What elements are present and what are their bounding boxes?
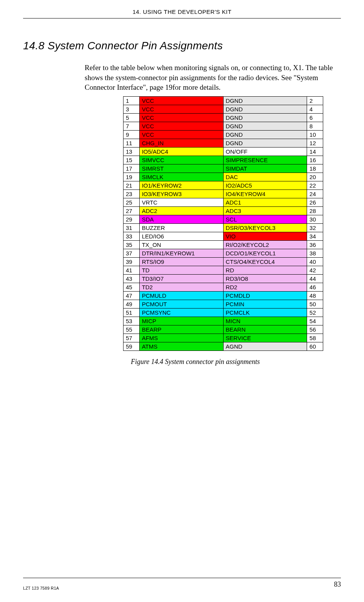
pin-signal-right: CTS/O4/KEYCOL4: [223, 257, 307, 266]
pin-number-left: 29: [124, 215, 140, 223]
table-row: 29SDASCL30: [124, 215, 323, 223]
pin-number-left: 47: [124, 291, 140, 300]
pin-signal-right: DGND: [223, 122, 307, 130]
pin-signal-left: MICP: [139, 317, 223, 325]
pin-number-left: 19: [124, 173, 140, 181]
pin-signal-left: PCMSYNC: [139, 308, 223, 317]
table-row: 31BUZZERDSR/O3/KEYCOL332: [124, 223, 323, 232]
pin-signal-right: DGND: [223, 105, 307, 113]
pin-number-right: 20: [307, 173, 323, 181]
pin-number-left: 35: [124, 240, 140, 249]
pin-signal-right: ADC3: [223, 206, 307, 215]
pin-number-right: 30: [307, 215, 323, 223]
pin-number-right: 36: [307, 240, 323, 249]
pin-number-right: 52: [307, 308, 323, 317]
table-row: 39RTS/IO9CTS/O4/KEYCOL440: [124, 257, 323, 266]
page: 14. USING THE DEVELOPER'S KIT 14.8 Syste…: [0, 0, 364, 602]
pin-signal-right: ON/OFF: [223, 147, 307, 156]
table-row: 7VCCDGND8: [124, 122, 323, 130]
pin-signal-left: DTR/IN1/KEYROW1: [139, 249, 223, 257]
pin-number-left: 43: [124, 274, 140, 283]
pin-number-left: 37: [124, 249, 140, 257]
pin-signal-left: CHG_IN: [139, 139, 223, 147]
pin-signal-left: TD2: [139, 283, 223, 291]
table-row: 49PCMOUTPCMIN50: [124, 300, 323, 308]
pin-number-right: 56: [307, 325, 323, 334]
pin-number-left: 3: [124, 105, 140, 113]
table-row: 17SIMRSTSIMDAT18: [124, 164, 323, 173]
pin-number-left: 25: [124, 198, 140, 206]
pin-signal-left: BEARP: [139, 325, 223, 334]
pin-number-right: 14: [307, 147, 323, 156]
pin-number-right: 42: [307, 266, 323, 274]
pin-signal-right: SERVICE: [223, 334, 307, 342]
pin-signal-right: DGND: [223, 130, 307, 139]
pin-signal-left: VCC: [139, 96, 223, 105]
pin-signal-left: RTS/IO9: [139, 257, 223, 266]
pin-signal-right: PCMIN: [223, 300, 307, 308]
pin-number-right: 8: [307, 122, 323, 130]
pin-signal-left: VCC: [139, 105, 223, 113]
pin-signal-right: DGND: [223, 113, 307, 122]
pin-number-left: 51: [124, 308, 140, 317]
pin-number-left: 39: [124, 257, 140, 266]
pin-number-right: 48: [307, 291, 323, 300]
pin-number-left: 23: [124, 189, 140, 198]
pin-signal-left: AFMS: [139, 334, 223, 342]
pin-number-right: 28: [307, 206, 323, 215]
page-footer: LZT 123 7589 R1A 83: [23, 578, 341, 590]
pin-number-left: 1: [124, 96, 140, 105]
pin-number-left: 57: [124, 334, 140, 342]
table-row: 11CHG_INDGND12: [124, 139, 323, 147]
pin-signal-right: DSR/O3/KEYCOL3: [223, 223, 307, 232]
pin-signal-right: RD3/IO8: [223, 274, 307, 283]
pin-signal-right: PCMDLD: [223, 291, 307, 300]
pin-number-right: 54: [307, 317, 323, 325]
table-row: 27ADC2ADC328: [124, 206, 323, 215]
intro-paragraph: Refer to the table below when monitoring…: [85, 63, 337, 92]
pin-signal-right: DGND: [223, 139, 307, 147]
figure-caption: Figure 14.4 System connector pin assignm…: [131, 358, 341, 366]
pin-signal-left: LED/IO6: [139, 232, 223, 240]
pin-number-left: 17: [124, 164, 140, 173]
page-number: 83: [334, 580, 341, 589]
section-heading: 14.8 System Connector Pin Assignments: [23, 40, 341, 52]
table-row: 35TX_ONRI/O2/KEYCOL236: [124, 240, 323, 249]
pin-number-right: 4: [307, 105, 323, 113]
pin-number-left: 55: [124, 325, 140, 334]
pin-signal-right: IO2/ADC5: [223, 181, 307, 189]
table-row: 45TD2RD246: [124, 283, 323, 291]
table-row: 55BEARPBEARN56: [124, 325, 323, 334]
pin-signal-left: VCC: [139, 113, 223, 122]
table-row: 21IO1/KEYROW2IO2/ADC522: [124, 181, 323, 189]
pin-signal-left: VCC: [139, 130, 223, 139]
pin-number-left: 13: [124, 147, 140, 156]
table-row: 5VCCDGND6: [124, 113, 323, 122]
pin-signal-right: SIMDAT: [223, 164, 307, 173]
table-row: 15SIMVCCSIMPRESENCE16: [124, 156, 323, 164]
pin-number-left: 7: [124, 122, 140, 130]
pin-signal-left: VRTC: [139, 198, 223, 206]
table-row: 19SIMCLKDAC20: [124, 173, 323, 181]
pin-signal-right: DAC: [223, 173, 307, 181]
pin-number-right: 12: [307, 139, 323, 147]
table-row: 13IO5/ADC4ON/OFF14: [124, 147, 323, 156]
pin-signal-left: TX_ON: [139, 240, 223, 249]
pin-number-left: 5: [124, 113, 140, 122]
pin-number-right: 44: [307, 274, 323, 283]
doc-id: LZT 123 7589 R1A: [23, 580, 59, 590]
pin-number-left: 53: [124, 317, 140, 325]
table-row: 25VRTCADC126: [124, 198, 323, 206]
pin-number-left: 59: [124, 342, 140, 350]
pin-signal-right: ADC1: [223, 198, 307, 206]
pin-number-left: 11: [124, 139, 140, 147]
pin-number-left: 33: [124, 232, 140, 240]
pin-number-right: 26: [307, 198, 323, 206]
pin-signal-left: PCMOUT: [139, 300, 223, 308]
pin-number-right: 60: [307, 342, 323, 350]
pin-signal-right: SCL: [223, 215, 307, 223]
pin-number-left: 15: [124, 156, 140, 164]
pin-signal-left: SIMVCC: [139, 156, 223, 164]
table-row: 59ATMSAGND60: [124, 342, 323, 350]
pin-number-right: 16: [307, 156, 323, 164]
